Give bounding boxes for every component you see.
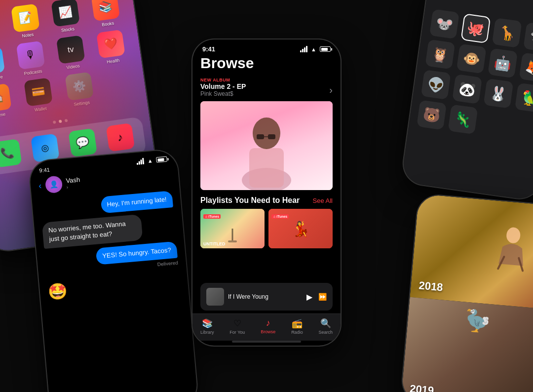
- playlists-title: Playlists You Need to Hear: [200, 196, 300, 205]
- phone-music: 9:41 ▲ Browse NEW ALBUM Volume 2 - EP: [192, 39, 341, 346]
- play-button[interactable]: ▶: [306, 292, 312, 302]
- album-row[interactable]: Volume 2 - EP Pink Sweat$ ›: [200, 82, 333, 97]
- itunes-badge-1: ♫ iTunes: [203, 211, 221, 220]
- year-2018: 2018: [419, 279, 444, 294]
- app-stocks[interactable]: 📈 Stocks: [47, 0, 85, 35]
- message-bubble-sent-1: Hey, I'm running late!: [100, 191, 173, 214]
- playlists-header: Playlists You Need to Hear See All: [200, 196, 333, 205]
- memoji-bear[interactable]: 🐻: [417, 100, 447, 130]
- memoji-giraffe[interactable]: 🦒: [492, 18, 522, 48]
- svg-rect-1: [249, 148, 284, 188]
- msg-signal-icon: [136, 158, 144, 165]
- safari-icon: ◎: [31, 133, 60, 162]
- now-playing-title: If I Were Young: [228, 293, 303, 300]
- memoji-shark[interactable]: 🦈: [523, 22, 533, 52]
- delivered-status: Delivered: [157, 260, 178, 267]
- stocks-label: Stocks: [61, 26, 75, 33]
- memoji-octopus[interactable]: 🐙: [460, 13, 491, 43]
- phone-memoji: + 🐭 🐙 🦒 🦈 🦉 🐵 🤖 🦊 👽 🐼 🐰 🦜 🐻 🦎: [401, 0, 533, 201]
- library-icon: 📚: [202, 318, 213, 329]
- music-content-area: Browse NEW ALBUM Volume 2 - EP Pink Swea…: [192, 55, 341, 280]
- messages-status-icons: ▲: [136, 156, 167, 165]
- memoji-monkey[interactable]: 🐵: [457, 43, 487, 74]
- books-label: Books: [102, 21, 114, 27]
- app-reminders[interactable]: 🔔 Reminders: [0, 9, 4, 46]
- memoji-panda[interactable]: 🐼: [452, 74, 482, 104]
- tab-library[interactable]: 📚 Library: [200, 318, 214, 335]
- music-tab-bar: 📚 Library ♡ For You ♪ Browse 📻 Radio 🔍 S…: [192, 314, 341, 341]
- album-chevron-icon: ›: [329, 84, 333, 96]
- svg-rect-3: [257, 134, 264, 139]
- radio-icon: 📻: [292, 318, 303, 329]
- tab-browse[interactable]: ♪ Browse: [261, 318, 275, 335]
- album-art[interactable]: [200, 101, 333, 190]
- messages-icon: 💬: [68, 128, 97, 157]
- tab-search[interactable]: 🔍 Search: [319, 318, 333, 335]
- dock-music[interactable]: ♪: [102, 122, 139, 155]
- app-books[interactable]: 📚 Books: [87, 0, 125, 29]
- dock-messages[interactable]: 💬: [64, 128, 101, 160]
- ostrich-emoji: 🦤: [463, 307, 491, 333]
- artist-silhouette: [234, 104, 299, 190]
- reaction-emoji: 🤩: [47, 281, 68, 301]
- phone-messages: 9:41 ▲ ‹ 👤 Vash ›: [29, 149, 198, 392]
- memoji-rabbit[interactable]: 🐰: [484, 78, 514, 109]
- svg-point-2: [253, 118, 280, 149]
- library-label: Library: [200, 330, 214, 335]
- dock-phone[interactable]: 📞: [0, 138, 26, 170]
- music-icon: ♪: [106, 123, 135, 152]
- app-notes[interactable]: 📝 Notes: [7, 3, 45, 40]
- radio-label: Radio: [291, 330, 303, 335]
- see-all-button[interactable]: See All: [313, 197, 333, 204]
- phone-icon: 📞: [0, 139, 22, 168]
- album-artist: Pink Sweat$: [200, 90, 246, 97]
- memoji-robot[interactable]: 🤖: [488, 48, 518, 78]
- svg-point-6: [506, 227, 521, 243]
- books-icon: 📚: [91, 0, 120, 21]
- playlist-untitled-label: UNTITLED: [203, 241, 226, 246]
- music-signal-icon: [300, 46, 307, 52]
- playlist-untitled[interactable]: ♫ iTunes UNTITLED: [200, 209, 265, 248]
- photos-grid: 2018 🦤 2019: [401, 194, 533, 392]
- notch: [237, 39, 296, 51]
- svg-rect-4: [268, 134, 275, 139]
- photo-2019[interactable]: 🦤 2019: [401, 297, 533, 392]
- jumping-person: [491, 221, 533, 274]
- memoji-mouse[interactable]: 🐭: [429, 9, 459, 39]
- notes-label: Notes: [22, 32, 34, 39]
- now-playing-art: [206, 288, 224, 306]
- album-title: Volume 2 - EP: [200, 82, 246, 90]
- notes-icon: 📝: [11, 3, 40, 33]
- messages-time: 9:41: [39, 166, 50, 173]
- memoji-grid: 🐭 🐙 🦒 🦈 🦉 🐵 🤖 🦊 👽 🐼 🐰 🦜 🐻 🦎: [417, 9, 533, 143]
- music-time: 9:41: [202, 45, 215, 53]
- contact-info: Vash ›: [66, 176, 81, 190]
- memoji-bird[interactable]: 🦜: [515, 83, 533, 113]
- playlist-friday[interactable]: 💃 ♫ iTunes: [268, 209, 333, 248]
- tab-radio[interactable]: 📻 Radio: [291, 318, 303, 335]
- music-wifi-icon: ▲: [311, 46, 316, 52]
- music-battery-icon: [320, 46, 331, 52]
- search-icon: 🔍: [320, 318, 331, 329]
- browse-label: Browse: [261, 329, 275, 334]
- browse-icon: ♪: [266, 318, 270, 328]
- year-2019: 2019: [409, 383, 434, 392]
- now-playing-bar[interactable]: If I Were Young ▶ ⏩: [200, 283, 333, 311]
- itunes-badge-2: ♫ iTunes: [271, 211, 289, 220]
- back-button[interactable]: ‹: [38, 180, 42, 191]
- memoji-lizard[interactable]: 🦎: [448, 104, 478, 134]
- msg-battery-icon: [156, 157, 167, 163]
- memoji-fox[interactable]: 🦊: [519, 52, 533, 82]
- skip-button[interactable]: ⏩: [318, 293, 327, 301]
- music-status-icons: ▲: [300, 46, 331, 52]
- message-bubble-received-1: No worries, me too. Wanna just go straig…: [42, 214, 143, 249]
- memoji-owl[interactable]: 🦉: [425, 39, 455, 70]
- browse-title: Browse: [200, 55, 333, 72]
- foryou-label: For You: [229, 330, 245, 335]
- foryou-icon: ♡: [233, 318, 241, 329]
- photo-2018[interactable]: 2018: [410, 194, 533, 310]
- search-label: Search: [319, 330, 333, 335]
- tab-foryou[interactable]: ♡ For You: [229, 318, 245, 335]
- memoji-alien[interactable]: 👽: [421, 70, 451, 100]
- contact-avatar: 👤: [45, 175, 63, 194]
